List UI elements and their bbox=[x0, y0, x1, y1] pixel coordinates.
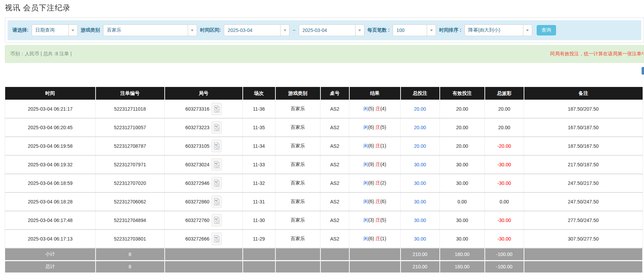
game-category-label: 游戏类别 bbox=[81, 27, 100, 33]
round-id-text: 603272946 bbox=[185, 180, 209, 186]
cell-bet-id: 522312707971 bbox=[96, 155, 165, 174]
result-player: 闲 bbox=[363, 124, 368, 130]
video-replay-button[interactable] bbox=[211, 121, 222, 134]
cell-game-type: 百家乐 bbox=[275, 174, 320, 192]
summary-payout: -100.00 bbox=[485, 260, 524, 273]
summary-total-bet: 210.00 bbox=[401, 248, 440, 260]
cell-result: 闲(3) 庄(5) bbox=[349, 211, 401, 230]
cell-payout: 20.00 bbox=[485, 100, 524, 118]
cell-total-bet[interactable]: 30.00 bbox=[401, 192, 440, 211]
cell-bet-id: 522312703801 bbox=[96, 230, 165, 248]
result-banker: 庄 bbox=[375, 124, 380, 130]
video-replay-button[interactable] bbox=[211, 214, 222, 226]
result-player: 闲 bbox=[363, 236, 368, 241]
table-row: 2025-03-04 06:17:13 522312703801 6032726… bbox=[5, 230, 643, 248]
cell-payout: -30.00 bbox=[485, 174, 524, 192]
cell-remark: 167.50/187.50 bbox=[524, 118, 643, 137]
table-row: 2025-03-04 06:18:59 522312707020 6032729… bbox=[5, 174, 643, 192]
cell-result: 闲(6) 庄(1) bbox=[349, 230, 401, 248]
cell-remark: 247.50/217.50 bbox=[524, 174, 643, 192]
chevron-down-icon bbox=[523, 25, 532, 36]
date-to-select[interactable]: 2025-03-04 bbox=[299, 24, 364, 36]
sort-order-select[interactable]: 降幂(由大到小) bbox=[465, 24, 532, 36]
round-id-text: 603273024 bbox=[185, 162, 209, 167]
table-row: 2025-03-04 06:20:45 522312710057 6032732… bbox=[5, 118, 643, 137]
cell-session: 11-36 bbox=[243, 100, 275, 118]
video-replay-button[interactable] bbox=[211, 158, 222, 171]
cell-total-bet[interactable]: 30.00 bbox=[401, 155, 440, 174]
page-size-label: 每页笔数 : bbox=[368, 27, 390, 33]
cell-result: 闲(6) 庄(5) bbox=[349, 118, 401, 137]
cell-remark: 187.50/167.50 bbox=[524, 137, 643, 155]
cell-total-bet[interactable]: 30.00 bbox=[401, 211, 440, 230]
result-banker: 庄 bbox=[375, 143, 380, 148]
result-banker: 庄 bbox=[375, 217, 380, 223]
video-replay-button[interactable] bbox=[211, 177, 222, 189]
result-banker-points: (5) bbox=[380, 217, 386, 223]
cell-payout: -30.00 bbox=[485, 211, 524, 230]
cell-total-bet[interactable]: 20.00 bbox=[401, 100, 440, 118]
cell-total-bet[interactable]: 20.00 bbox=[401, 137, 440, 155]
date-from-value: 2025-03-04 bbox=[228, 27, 252, 33]
sort-order-label: 时间排序 : bbox=[439, 27, 461, 33]
cell-bet-id: 522312707020 bbox=[96, 174, 165, 192]
summary-label: 小计 bbox=[5, 248, 96, 260]
cell-session: 11-34 bbox=[243, 137, 275, 155]
col-total-bet: 总投注 bbox=[401, 87, 440, 100]
query-type-value: 日期查询 bbox=[35, 27, 55, 33]
summary-count: 8 bbox=[96, 260, 165, 273]
result-player-points: (6) bbox=[368, 124, 374, 130]
cell-table-no: AS2 bbox=[320, 137, 349, 155]
col-table-no: 桌号 bbox=[320, 87, 349, 100]
col-session: 场次 bbox=[243, 87, 275, 100]
cell-result: 闲(8) 庄(2) bbox=[349, 174, 401, 192]
table-row: 2025-03-04 06:17:48 522312704894 6032727… bbox=[5, 211, 643, 230]
table-row: 2025-03-04 06:18:28 522312706062 6032728… bbox=[5, 192, 643, 211]
cell-total-bet[interactable]: 30.00 bbox=[401, 174, 440, 192]
video-replay-button[interactable] bbox=[211, 103, 222, 115]
result-player: 闲 bbox=[363, 217, 368, 223]
cell-round-id: 603273024 bbox=[165, 155, 243, 174]
game-category-select[interactable]: 百家乐 bbox=[103, 24, 197, 36]
result-player-points: (5) bbox=[368, 106, 374, 111]
cell-total-bet[interactable]: 20.00 bbox=[401, 118, 440, 137]
cell-bet-id: 522312711018 bbox=[96, 100, 165, 118]
video-replay-button[interactable] bbox=[211, 140, 222, 152]
video-replay-button[interactable] bbox=[211, 233, 222, 245]
round-id-text: 603272860 bbox=[185, 199, 209, 204]
result-player-points: (6) bbox=[368, 236, 374, 241]
side-panel-button-partial[interactable] bbox=[642, 67, 644, 75]
result-banker: 庄 bbox=[375, 180, 380, 186]
cell-time: 2025-03-04 06:20:45 bbox=[5, 118, 96, 137]
cell-bet-id: 522312706062 bbox=[96, 192, 165, 211]
cell-table-no: AS2 bbox=[320, 100, 349, 118]
cell-payout: 20.00 bbox=[485, 118, 524, 137]
result-player-points: (6) bbox=[368, 143, 374, 148]
video-file-icon bbox=[214, 142, 220, 150]
cell-result: 闲(6) 庄(1) bbox=[349, 137, 401, 155]
page-size-value: 100 bbox=[396, 27, 404, 33]
cell-game-type: 百家乐 bbox=[275, 137, 320, 155]
col-bet-id: 注单编号 bbox=[96, 87, 165, 100]
cell-game-type: 百家乐 bbox=[275, 118, 320, 137]
query-type-select[interactable]: 日期查询 bbox=[32, 24, 78, 36]
cell-valid-bet: 20.00 bbox=[440, 118, 485, 137]
cell-valid-bet: 30.00 bbox=[440, 211, 485, 230]
col-result: 结果 bbox=[349, 87, 401, 100]
cell-total-bet[interactable]: 30.00 bbox=[401, 230, 440, 248]
video-replay-button[interactable] bbox=[211, 196, 222, 208]
cell-session: 11-33 bbox=[243, 155, 275, 174]
bet-records-table: 时间 注单编号 局号 场次 游戏类别 桌号 结果 总投注 有效投注 总派彩 备注… bbox=[5, 87, 643, 274]
search-button[interactable]: 查询 bbox=[537, 25, 556, 35]
date-from-select[interactable]: 2025-03-04 bbox=[224, 24, 290, 36]
cell-table-no: AS2 bbox=[320, 192, 349, 211]
page-size-select[interactable]: 100 bbox=[393, 24, 436, 36]
cell-table-no: AS2 bbox=[320, 230, 349, 248]
video-file-icon bbox=[214, 198, 220, 205]
time-range-label: 时间区间: bbox=[200, 27, 221, 33]
cell-session: 11-31 bbox=[243, 192, 275, 211]
summary-bar: 币别：人民币 | 总共 :8 注单 | 同局有效投注，统一计算在该局第一张注单中 bbox=[5, 45, 644, 63]
chevron-down-icon bbox=[188, 25, 197, 36]
page-title: 视讯 会员下注纪录 bbox=[5, 3, 644, 13]
result-banker: 庄 bbox=[375, 106, 380, 111]
